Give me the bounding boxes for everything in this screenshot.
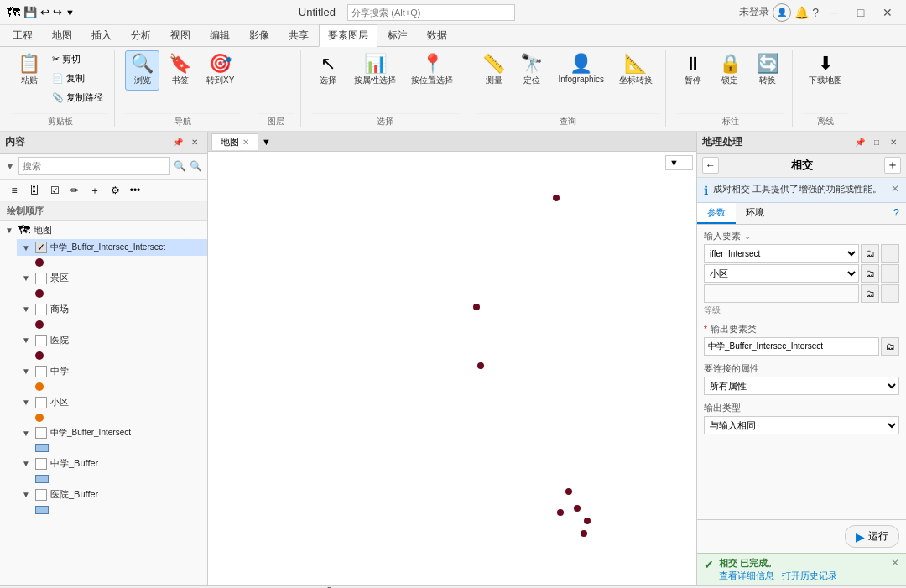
layer-check-1[interactable]: ✓ [35, 242, 47, 253]
tab-project[interactable]: 工程 [3, 24, 42, 46]
input-rank-field2[interactable] [881, 264, 899, 283]
pin-geoprocessing-button[interactable]: 📌 [852, 135, 867, 150]
layer-item-yiyuan[interactable]: ▼ 医院 [17, 331, 207, 349]
tab-params[interactable]: 参数 [697, 203, 736, 224]
close-geoprocessing-button[interactable]: ✕ [886, 135, 901, 150]
bookmark-button[interactable]: 🔖 书签 [163, 50, 197, 91]
measure-button[interactable]: 📏 测量 [476, 50, 511, 91]
list-by-drawing-order-icon[interactable]: ≡ [5, 181, 23, 200]
coord-transform-button[interactable]: 📐 坐标转换 [613, 50, 659, 91]
help-params-button[interactable]: ? [887, 203, 906, 224]
layer-check-8[interactable] [35, 458, 47, 470]
tab-edit[interactable]: 编辑 [200, 24, 239, 46]
pin-contents-button[interactable]: 📌 [170, 135, 185, 150]
geoprocessing-add-button[interactable]: ＋ [884, 157, 901, 174]
cut-button[interactable]: ✂ 剪切 [48, 50, 107, 68]
geoprocessing-back-button[interactable]: ← [702, 157, 719, 174]
more-options-icon[interactable]: ••• [126, 181, 144, 200]
open-history-link[interactable]: 打开历史记录 [782, 570, 837, 580]
input-rank-field1[interactable] [881, 244, 899, 263]
quick-access-redo[interactable]: ↪ [53, 6, 62, 18]
help-icon[interactable]: ? [812, 6, 819, 19]
select-by-loc-button[interactable]: 📍 按位置选择 [405, 50, 459, 91]
tab-imagery[interactable]: 影像 [240, 24, 279, 46]
layer-check-2[interactable] [35, 273, 47, 284]
layer-item-xiaoqu[interactable]: ▼ 小区 [17, 393, 207, 411]
input-features-browse2[interactable]: 🗂 [861, 264, 879, 283]
join-attributes-select[interactable]: 所有属性 [704, 377, 899, 395]
tab-analysis[interactable]: 分析 [122, 24, 160, 46]
copy-path-button[interactable]: 📎 复制路径 [48, 89, 107, 107]
locate-button[interactable]: 🔭 定位 [514, 50, 549, 91]
contents-search-input[interactable] [18, 157, 170, 175]
output-features-browse[interactable]: 🗂 [881, 337, 899, 356]
layer-properties-icon[interactable]: ⚙ [106, 181, 124, 200]
close-button[interactable]: ✕ [876, 4, 899, 21]
expand-geoprocessing-button[interactable]: □ [869, 135, 884, 150]
input-features-select1[interactable]: iffer_Intersect [704, 244, 859, 263]
layer-item-zhongxue-buffer-intersect2[interactable]: ▼ 中学_Buffer_Intersect [17, 424, 207, 441]
list-by-editing-icon[interactable]: ✏ [65, 181, 84, 200]
tab-label[interactable]: 标注 [378, 24, 417, 46]
title-search-input[interactable] [347, 4, 515, 21]
list-by-selection-icon[interactable]: ☑ [45, 181, 64, 200]
tab-environment[interactable]: 环境 [736, 203, 774, 224]
tab-view[interactable]: 视图 [161, 24, 200, 46]
paste-button[interactable]: 📋 粘贴 [13, 50, 44, 89]
close-info-button[interactable]: ✕ [891, 183, 899, 195]
close-map-tab[interactable]: ✕ [242, 138, 249, 147]
layer-item-zhongxue[interactable]: ▼ 中学 [17, 362, 207, 380]
copy-button[interactable]: 📄 复制 [48, 70, 107, 87]
layer-check-5[interactable] [35, 366, 47, 377]
layer-item-zhongxue-buffer[interactable]: ▼ 中学_Buffer [17, 455, 207, 472]
layer-check-3[interactable] [35, 304, 47, 315]
run-button[interactable]: ▶ 运行 [845, 525, 899, 548]
layer-item-shangchang[interactable]: ▼ 商场 [17, 300, 207, 318]
output-type-select[interactable]: 与输入相同 [704, 416, 899, 434]
infographics-button[interactable]: 👤 Infographics [552, 50, 609, 88]
input-features-select2[interactable]: 小区 [704, 264, 859, 283]
user-avatar[interactable]: 👤 [773, 3, 791, 22]
goto-xy-button[interactable]: 🎯 转到XY [200, 50, 240, 91]
layer-item-zhongxue-buffer-intersect[interactable]: ▼ ✓ 中学_Buffer_Intersec_Intersect [17, 239, 207, 256]
notification-icon[interactable]: 🔔 [794, 6, 809, 19]
close-status-button[interactable]: ✕ [891, 557, 899, 569]
layer-check-6[interactable] [35, 397, 47, 408]
pause-button[interactable]: ⏸ 暂停 [676, 50, 710, 91]
layer-item-yiyuan-buffer[interactable]: ▼ 医院_Buffer [17, 486, 207, 503]
close-contents-button[interactable]: ✕ [187, 135, 202, 150]
layer-check-9[interactable] [35, 489, 47, 501]
quick-access-undo[interactable]: ↩ [40, 6, 49, 18]
contents-search-button[interactable]: 🔍 [190, 160, 202, 172]
lock-button[interactable]: 🔒 锁定 [713, 50, 747, 91]
layer-item-jingqu[interactable]: ▼ 景区 [17, 269, 207, 287]
convert-button[interactable]: 🔄 转换 [751, 50, 785, 91]
list-by-data-source-icon[interactable]: 🗄 [25, 181, 44, 200]
quick-access-more[interactable]: ▼ [65, 8, 75, 18]
map-tab-dropdown[interactable]: ▼ [262, 137, 271, 147]
layer-check-4[interactable] [35, 335, 47, 346]
input-features-browse3[interactable]: 🗂 [861, 284, 879, 303]
tab-map[interactable]: 地图 [43, 24, 81, 46]
tab-data[interactable]: 数据 [418, 24, 456, 46]
map-tab[interactable]: 地图 ✕ [211, 133, 258, 150]
map-view-dropdown[interactable]: ▼ [665, 155, 693, 170]
layer-item-map[interactable]: ▼ 🗺 地图 [0, 221, 207, 239]
tab-insert[interactable]: 插入 [82, 24, 121, 46]
ribbon-group-query: 📏 测量 🔭 定位 👤 Infographics 📐 坐标转换 查询 [470, 50, 665, 127]
minimize-button[interactable]: ─ [822, 4, 846, 21]
view-details-link[interactable]: 查看详细信息 [719, 570, 774, 580]
select-button[interactable]: ↖ 选择 [311, 50, 345, 91]
maximize-button[interactable]: □ [849, 4, 872, 21]
add-layer-icon[interactable]: ＋ [86, 181, 104, 200]
input-features-browse1[interactable]: 🗂 [861, 244, 879, 263]
map-canvas[interactable]: ▼ [208, 152, 696, 585]
select-by-attr-button[interactable]: 📊 按属性选择 [348, 50, 402, 91]
output-features-input[interactable] [704, 337, 879, 356]
layer-check-7[interactable] [35, 427, 47, 439]
tab-feature-layer[interactable]: 要素图层 [319, 24, 378, 47]
quick-access-save[interactable]: 💾 [23, 6, 37, 18]
tab-share[interactable]: 共享 [279, 24, 318, 46]
download-map-button[interactable]: ⬇ 下载地图 [803, 50, 848, 91]
browse-button[interactable]: 🔍 浏览 [125, 50, 159, 91]
